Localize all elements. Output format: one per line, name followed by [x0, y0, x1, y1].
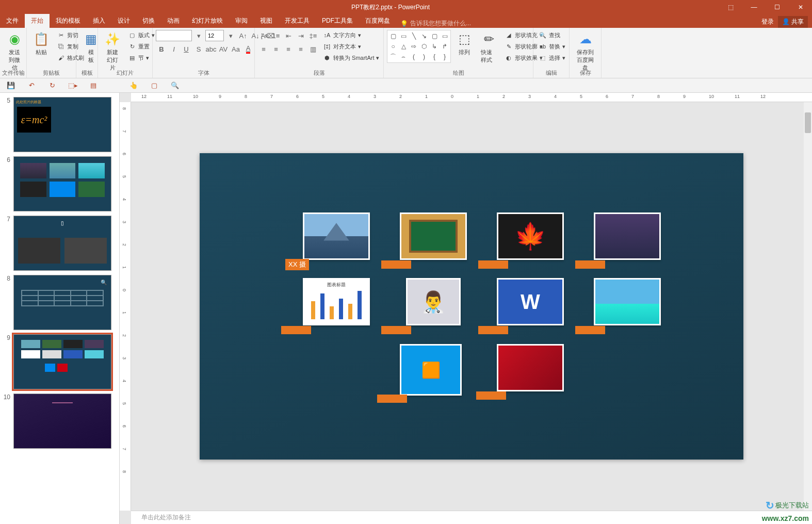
slide-thumb-9[interactable] — [13, 334, 111, 389]
slide-thumbnail-panel[interactable]: 5 此处照片的标题 ε=mc² 6 7 ▯ 8 — [0, 93, 120, 524]
qat-icon[interactable]: ▤ — [88, 80, 99, 91]
find-button[interactable]: 🔍查找 — [537, 30, 567, 40]
shape-bracket-icon[interactable]: ) — [419, 52, 429, 61]
shape-rect-icon[interactable]: ▭ — [399, 31, 408, 41]
album-image[interactable]: W — [497, 278, 564, 325]
tab-view[interactable]: 视图 — [254, 14, 279, 28]
save-to-baidu-button[interactable]: ☁ 保存到 百度网盘 — [573, 30, 598, 73]
minimize-icon[interactable]: — — [742, 0, 766, 14]
align-left-icon[interactable]: ≡ — [258, 43, 269, 55]
slide-thumb-6[interactable] — [13, 156, 111, 211]
qat-icon[interactable]: 🔍 — [169, 80, 181, 91]
login-link[interactable]: 登录 — [761, 18, 774, 26]
shape-bracket-icon[interactable]: ( — [409, 52, 418, 61]
font-name-dropdown-icon[interactable]: ▾ — [193, 30, 204, 41]
qat-icon[interactable]: ▢ — [149, 80, 160, 91]
shape-circle-icon[interactable]: ○ — [388, 42, 398, 51]
slide-thumb-8[interactable]: 🔍 — [13, 275, 111, 330]
font-name-input[interactable] — [156, 30, 192, 41]
tab-review[interactable]: 审阅 — [229, 14, 254, 28]
increase-indent-icon[interactable]: ⇥ — [295, 30, 306, 41]
underline-icon[interactable]: U — [181, 43, 192, 55]
tab-pdf-tools[interactable]: PDF工具集 — [316, 14, 359, 28]
tab-insert[interactable]: 插入 — [87, 14, 111, 28]
touch-mode-icon[interactable]: 👆 — [128, 80, 139, 91]
shapes-gallery[interactable]: ▢▭╲↘▢▭ ○△⇨⬡↳↱ ⌒⌢(){} — [387, 30, 451, 63]
font-size-dropdown-icon[interactable]: ▾ — [225, 30, 236, 41]
bullets-icon[interactable]: ⋮≡ — [258, 30, 269, 41]
arrange-button[interactable]: ⬚ 排列 — [453, 30, 476, 57]
album-image[interactable] — [594, 212, 661, 260]
vertical-scrollbar[interactable] — [804, 102, 812, 511]
columns-icon[interactable]: ▥ — [307, 43, 319, 55]
paste-button[interactable]: 📋 粘贴 — [30, 30, 53, 57]
reset-button[interactable]: ↻重置 — [126, 41, 157, 52]
tab-animations[interactable]: 动画 — [161, 14, 186, 28]
undo-icon[interactable]: ↶ — [26, 80, 37, 91]
close-icon[interactable]: ✕ — [789, 0, 812, 14]
album-image[interactable] — [594, 278, 661, 325]
slide-canvas[interactable]: XX 摄 图表标题 — [200, 153, 743, 460]
album-image[interactable]: 👨‍⚕️ — [406, 278, 461, 325]
numbering-icon[interactable]: 1≡ — [270, 30, 282, 41]
album-image[interactable] — [497, 344, 564, 391]
shape-arc-icon[interactable]: ⌢ — [399, 52, 408, 61]
save-icon[interactable]: 💾 — [5, 80, 17, 91]
slide-thumb-5[interactable]: 此处照片的标题 ε=mc² — [13, 97, 111, 152]
ribbon-options-icon[interactable]: ⬚ — [719, 0, 742, 14]
shape-line-icon[interactable]: ╲ — [409, 31, 418, 41]
send-to-wechat-button[interactable]: ◉ 发送 到微信 — [3, 30, 26, 73]
shape-hex-icon[interactable]: ⬡ — [419, 42, 429, 51]
album-image[interactable]: 🟧 — [400, 344, 462, 396]
decrease-indent-icon[interactable]: ⇤ — [283, 30, 294, 41]
shape-brace-icon[interactable]: } — [440, 52, 449, 61]
tab-slideshow[interactable]: 幻灯片放映 — [186, 14, 229, 28]
shape-brace-icon[interactable]: { — [430, 52, 439, 61]
change-case-icon[interactable]: Aa — [230, 43, 241, 55]
shape-arc-icon[interactable]: ⌒ — [388, 52, 398, 61]
justify-icon[interactable]: ≡ — [295, 43, 306, 55]
shape-line-icon[interactable]: ↘ — [419, 31, 429, 41]
shadow-icon[interactable]: abc — [205, 43, 217, 55]
align-right-icon[interactable]: ≡ — [283, 43, 294, 55]
album-chart[interactable]: 图表标题 — [303, 278, 370, 325]
replace-button[interactable]: ab替换 ▾ — [537, 41, 567, 52]
shape-rect-icon[interactable]: ▢ — [430, 31, 439, 41]
tab-home[interactable]: 开始 — [25, 14, 50, 28]
font-size-input[interactable] — [205, 30, 224, 41]
redo-icon[interactable]: ↻ — [46, 80, 58, 91]
bold-icon[interactable]: B — [156, 43, 167, 55]
align-text-button[interactable]: [‡]对齐文本 ▾ — [321, 41, 381, 52]
line-spacing-icon[interactable]: ‡≡ — [307, 30, 319, 41]
increase-font-icon[interactable]: A↑ — [237, 30, 249, 41]
shape-line-icon[interactable]: ↳ — [430, 42, 439, 51]
tab-my-templates[interactable]: 我的模板 — [50, 14, 87, 28]
album-image[interactable] — [497, 212, 564, 260]
shape-tri-icon[interactable]: △ — [399, 42, 408, 51]
quick-styles-button[interactable]: ✏ 快速样式 — [478, 30, 500, 65]
tab-design[interactable]: 设计 — [111, 14, 136, 28]
smartart-button[interactable]: ⬢转换为 SmartArt ▾ — [321, 53, 381, 63]
font-color-icon[interactable]: A — [242, 43, 254, 55]
album-image[interactable] — [400, 212, 467, 260]
tab-developer[interactable]: 开发工具 — [279, 14, 316, 28]
select-button[interactable]: ⬚选择 ▾ — [537, 53, 567, 63]
text-direction-button[interactable]: ↕A文字方向 ▾ — [321, 30, 381, 40]
tab-file[interactable]: 文件 — [0, 14, 25, 28]
share-button[interactable]: 👤 共享 — [778, 16, 808, 28]
tab-transitions[interactable]: 切换 — [136, 14, 161, 28]
char-spacing-icon[interactable]: AV — [218, 43, 229, 55]
canvas-wrap[interactable]: XX 摄 图表标题 — [131, 102, 812, 511]
shape-line-icon[interactable]: ↱ — [440, 42, 449, 51]
shape-arrow-icon[interactable]: ⇨ — [409, 42, 418, 51]
notes-pane[interactable]: 单击此处添加备注 — [131, 511, 812, 524]
slide-thumb-10[interactable] — [13, 394, 111, 449]
album-image[interactable] — [303, 212, 370, 260]
layout-button[interactable]: ▢版式 ▾ — [126, 30, 157, 40]
slide-thumb-7[interactable]: ▯ — [13, 216, 111, 271]
italic-icon[interactable]: I — [168, 43, 180, 55]
slideshow-from-start-icon[interactable]: ⬚▸ — [67, 80, 78, 91]
tab-baidu-pan[interactable]: 百度网盘 — [359, 14, 396, 28]
align-center-icon[interactable]: ≡ — [270, 43, 282, 55]
scrollbar-thumb[interactable] — [805, 112, 811, 133]
